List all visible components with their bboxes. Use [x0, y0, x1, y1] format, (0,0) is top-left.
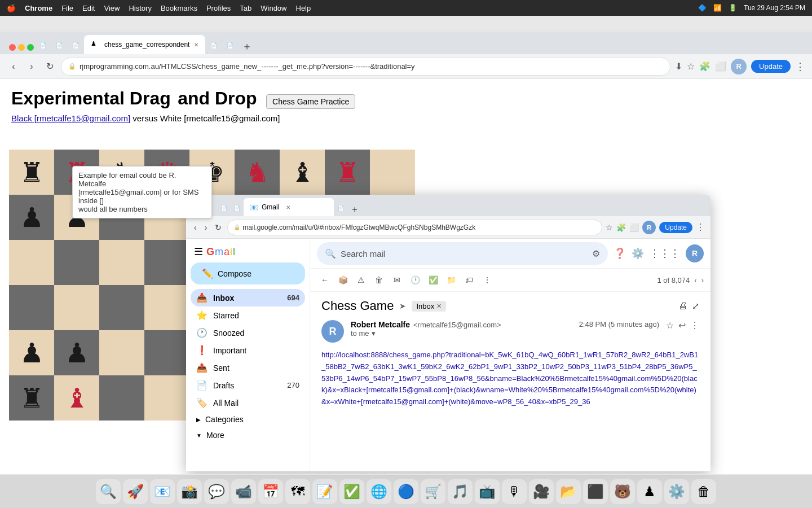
apps-icon[interactable]: ⋮⋮⋮: [650, 247, 680, 260]
topbar-help[interactable]: Help: [296, 4, 311, 12]
snooze-button[interactable]: 🕐: [407, 272, 423, 288]
sidebar-item-categories[interactable]: ▶ Categories: [191, 411, 305, 427]
chess-cell-r3c1[interactable]: [9, 240, 54, 285]
dock-launchpad[interactable]: 🚀: [123, 479, 148, 504]
cell-extra-r1c8[interactable]: ♜: [325, 150, 370, 195]
move-to-button[interactable]: 📁: [443, 272, 459, 288]
gmail-tab-misc2[interactable]: 📄: [231, 200, 243, 216]
back-to-inbox-button[interactable]: ←: [317, 272, 333, 288]
dock-zoom[interactable]: 🎥: [529, 479, 554, 504]
chess-cell-r6c2[interactable]: ♝: [54, 375, 99, 421]
topbar-history[interactable]: History: [129, 4, 151, 12]
maximize-button[interactable]: [27, 44, 34, 51]
mark-read-button[interactable]: ✉: [389, 272, 405, 288]
topbar-file[interactable]: File: [61, 4, 73, 12]
gmail-hamburger-icon[interactable]: ☰: [194, 246, 203, 258]
gmail-tab-misc3[interactable]: 📄: [334, 200, 347, 216]
cell-extra-r1c9[interactable]: [370, 150, 415, 195]
sidebar-item-important[interactable]: ❗ Important: [191, 341, 305, 359]
gmail-forward-button[interactable]: ›: [202, 221, 210, 234]
tab-misc-3[interactable]: 📄: [68, 36, 83, 54]
tab-misc-4[interactable]: 📄: [206, 36, 222, 54]
gmail-menu-icon[interactable]: ⋮: [696, 222, 705, 233]
cell-extra-r1c6[interactable]: ♞: [235, 150, 280, 195]
chess-cell-r5c4[interactable]: [144, 330, 189, 375]
print-icon[interactable]: 🖨: [678, 301, 687, 312]
dock-mail[interactable]: 📧: [150, 479, 175, 504]
sidebar-item-starred[interactable]: ⭐ Starred: [191, 306, 305, 324]
dock-chrome[interactable]: 🔵: [394, 479, 418, 504]
dock-facetime[interactable]: 📹: [231, 479, 256, 504]
sidebar-item-allmail[interactable]: 🏷️ All Mail: [191, 394, 305, 411]
compose-button[interactable]: ✏️ Compose: [191, 262, 305, 284]
gmail-ext-icon[interactable]: 🧩: [616, 223, 626, 232]
chess-cell-r1c1[interactable]: ♜: [9, 150, 54, 195]
dock-finder[interactable]: 🔍: [96, 479, 121, 504]
filter-icon[interactable]: ⚙: [592, 248, 600, 259]
delete-button[interactable]: 🗑: [371, 272, 387, 288]
topbar-profiles[interactable]: Profiles: [206, 4, 231, 12]
chess-cell-r4c3[interactable]: [99, 285, 144, 330]
chess-cell-r3c4[interactable]: [144, 240, 189, 285]
minimize-button[interactable]: [18, 44, 25, 51]
gmail-address-bar[interactable]: 🔒 mail.google.com/mail/u/0/#inbox/FMfcgz…: [227, 220, 602, 235]
prev-email-button[interactable]: ‹: [694, 276, 696, 284]
sidebar-item-drafts[interactable]: 📄 Drafts 270: [191, 376, 305, 394]
dock-trash[interactable]: 🗑: [691, 479, 716, 504]
dock-messages[interactable]: 💬: [204, 479, 229, 504]
gmail-fullscreen-icon[interactable]: ⬜: [629, 223, 639, 232]
topbar-view[interactable]: View: [104, 4, 120, 12]
gmail-tab-close[interactable]: ✕: [286, 204, 290, 211]
player-black-link[interactable]: Black [rmetcalfe15@gmail.com]: [11, 113, 130, 123]
chess-cell-r5c3[interactable]: [99, 330, 144, 375]
forward-button[interactable]: ›: [25, 60, 38, 73]
fullscreen-icon[interactable]: ⬜: [715, 61, 726, 72]
dock-filezilla[interactable]: 📂: [556, 479, 581, 504]
topbar-window[interactable]: Window: [261, 4, 286, 12]
more-options-button[interactable]: ⋮: [479, 272, 495, 288]
apple-menu[interactable]: 🍎: [7, 4, 16, 12]
sidebar-item-snoozed[interactable]: 🕐 Snoozed: [191, 324, 305, 341]
to-expand-icon[interactable]: ▾: [372, 329, 376, 338]
chess-cell-r4c1[interactable]: [9, 285, 54, 330]
help-icon[interactable]: ❓: [614, 247, 626, 260]
dock-maps[interactable]: 🗺: [285, 479, 310, 504]
dock-tv[interactable]: 📺: [475, 479, 500, 504]
extensions-icon[interactable]: 🧩: [699, 61, 710, 72]
email-body-link[interactable]: http://localhost:8888/chess_game.php?tra…: [321, 349, 699, 408]
gmail-profile-avatar[interactable]: R: [642, 221, 656, 234]
star-button[interactable]: ☆: [666, 320, 674, 331]
dock-appstore[interactable]: 🛒: [421, 479, 445, 504]
dock-photos[interactable]: 📸: [177, 479, 202, 504]
dock-calendar[interactable]: 📅: [258, 479, 283, 504]
gmail-reload-button[interactable]: ↻: [213, 221, 224, 234]
sidebar-item-inbox[interactable]: 📥 Inbox 694: [191, 289, 305, 306]
bookmark-icon[interactable]: ☆: [687, 61, 695, 72]
gmail-search-bar[interactable]: 🔍 Search mail ⚙: [317, 242, 608, 265]
gmail-bookmark-icon[interactable]: ☆: [606, 223, 613, 232]
chess-cell-r2c1[interactable]: ♟: [9, 195, 54, 240]
chess-practice-button[interactable]: Chess Game Practice: [266, 94, 355, 109]
tab-misc-2[interactable]: 📄: [51, 36, 67, 54]
sidebar-item-sent[interactable]: 📤 Sent: [191, 359, 305, 376]
chess-cell-r3c3[interactable]: [99, 240, 144, 285]
gmail-new-tab-button[interactable]: ＋: [348, 203, 361, 216]
gmail-update-button[interactable]: Update: [659, 222, 692, 233]
next-email-button[interactable]: ›: [701, 276, 704, 284]
reload-button[interactable]: ↻: [43, 60, 56, 73]
gmail-user-avatar[interactable]: R: [686, 244, 704, 262]
chess-cell-r5c1[interactable]: ♟: [9, 330, 54, 375]
add-task-button[interactable]: ✅: [425, 272, 441, 288]
email-more-button[interactable]: ⋮: [690, 320, 699, 331]
chess-cell-r6c1[interactable]: ♜: [9, 375, 54, 421]
chess-cell-r5c2[interactable]: ♟: [54, 330, 99, 375]
gmail-active-tab[interactable]: 📧 Gmail ✕: [244, 198, 334, 216]
dock-notes[interactable]: 📝: [312, 479, 337, 504]
dock-podcasts[interactable]: 🎙: [502, 479, 527, 504]
close-button[interactable]: [9, 44, 16, 51]
dock-bear[interactable]: 🐻: [610, 479, 635, 504]
cell-extra-r1c7[interactable]: ♝: [280, 150, 325, 195]
update-button[interactable]: Update: [751, 60, 791, 73]
expand-icon[interactable]: ⤢: [692, 301, 699, 312]
dock-system-prefs[interactable]: ⚙️: [664, 479, 689, 504]
